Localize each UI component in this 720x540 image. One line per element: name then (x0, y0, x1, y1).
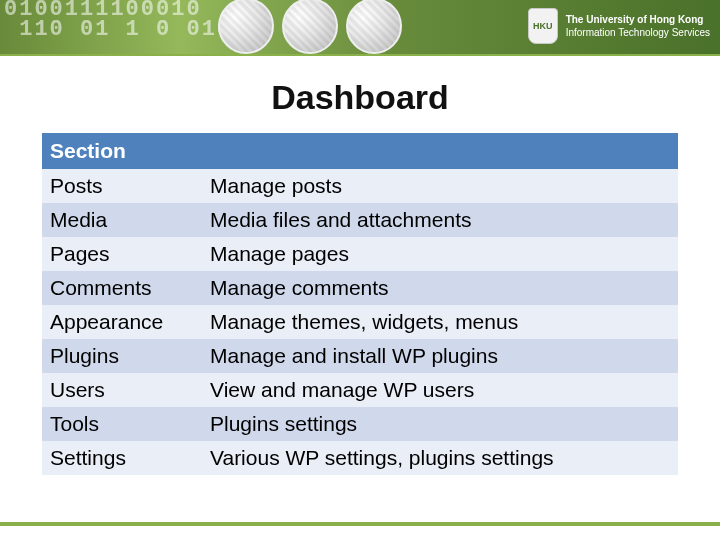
org-line1: The University of Hong Kong (566, 13, 710, 26)
banner-photo-1 (218, 0, 274, 54)
table-row: PluginsManage and install WP plugins (42, 339, 678, 373)
hku-crest-icon: HKU (528, 8, 558, 44)
section-cell: Plugins (42, 339, 202, 373)
table-row: PagesManage pages (42, 237, 678, 271)
table-wrap: Section PostsManage postsMediaMedia file… (0, 133, 720, 475)
org-line2: Information Technology Services (566, 26, 710, 39)
banner-photo-3 (346, 0, 402, 54)
desc-cell: Various WP settings, plugins settings (202, 441, 678, 475)
org-text: The University of Hong Kong Information … (566, 13, 710, 39)
banner: 0100111100010 110 01 1 0 010 1 HKU The U… (0, 0, 720, 56)
desc-cell: Plugins settings (202, 407, 678, 441)
table-body: PostsManage postsMediaMedia files and at… (42, 169, 678, 475)
section-cell: Tools (42, 407, 202, 441)
desc-cell: Manage and install WP plugins (202, 339, 678, 373)
banner-photo-2 (282, 0, 338, 54)
table-header-row: Section (42, 133, 678, 169)
desc-cell: Media files and attachments (202, 203, 678, 237)
desc-cell: Manage themes, widgets, menus (202, 305, 678, 339)
col-desc (202, 133, 678, 169)
section-cell: Media (42, 203, 202, 237)
desc-cell: View and manage WP users (202, 373, 678, 407)
section-cell: Users (42, 373, 202, 407)
table-row: AppearanceManage themes, widgets, menus (42, 305, 678, 339)
section-cell: Posts (42, 169, 202, 203)
section-cell: Settings (42, 441, 202, 475)
section-cell: Pages (42, 237, 202, 271)
section-cell: Appearance (42, 305, 202, 339)
table-row: ToolsPlugins settings (42, 407, 678, 441)
page-title: Dashboard (0, 78, 720, 117)
section-cell: Comments (42, 271, 202, 305)
desc-cell: Manage posts (202, 169, 678, 203)
table-row: SettingsVarious WP settings, plugins set… (42, 441, 678, 475)
org-block: HKU The University of Hong Kong Informat… (528, 8, 710, 44)
footer-line (0, 522, 720, 526)
desc-cell: Manage comments (202, 271, 678, 305)
table-row: PostsManage posts (42, 169, 678, 203)
col-section: Section (42, 133, 202, 169)
table-row: UsersView and manage WP users (42, 373, 678, 407)
table-row: MediaMedia files and attachments (42, 203, 678, 237)
desc-cell: Manage pages (202, 237, 678, 271)
sections-table: Section PostsManage postsMediaMedia file… (42, 133, 678, 475)
table-row: CommentsManage comments (42, 271, 678, 305)
